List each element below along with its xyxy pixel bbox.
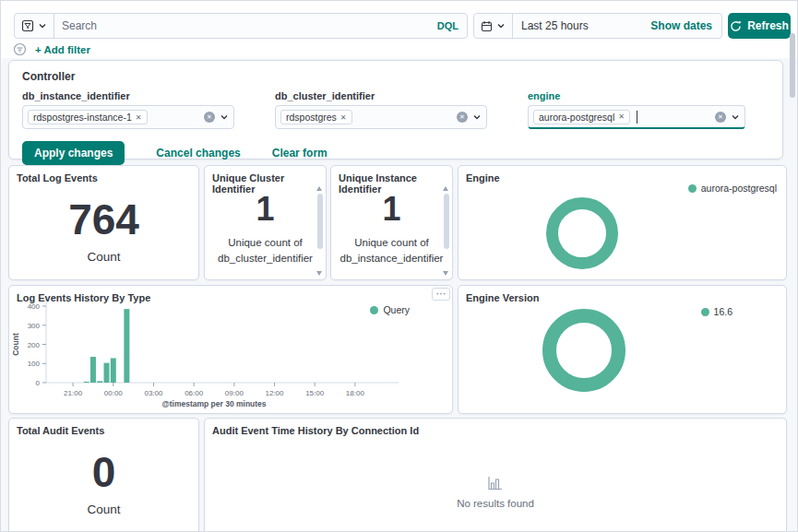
- clear-selection-icon[interactable]: ✕: [457, 112, 468, 123]
- legend-item-aurora-postgresql[interactable]: aurora-postgresql: [688, 183, 777, 194]
- controller-title: Controller: [22, 70, 769, 83]
- text-cursor: [637, 111, 637, 124]
- selected-option-pill[interactable]: rdspostgres ✕: [280, 110, 352, 124]
- metric: 0 Count: [9, 437, 198, 529]
- date-range-value[interactable]: Last 25 hours: [513, 19, 650, 32]
- refresh-button[interactable]: Refresh: [728, 13, 791, 39]
- refresh-icon: [730, 20, 742, 32]
- scroll-down-icon[interactable]: [443, 271, 448, 276]
- scroll-up-icon[interactable]: [316, 186, 322, 191]
- controller-panel: Controller db_instance_identifier rdspos…: [8, 60, 783, 160]
- show-dates-button[interactable]: Show dates: [650, 19, 721, 32]
- metric: 1 Unique count of db_cluster_identifier: [205, 184, 326, 275]
- selected-option-pill[interactable]: rdspostgres-instance-1 ✕: [28, 110, 148, 124]
- svg-text:12:00: 12:00: [266, 389, 285, 397]
- scrollbar-thumb[interactable]: [444, 194, 449, 249]
- metric-label: Count: [87, 250, 120, 264]
- svg-text:00:00: 00:00: [104, 389, 124, 397]
- engine-combobox[interactable]: aurora-postgresql ✕ ✕: [528, 105, 745, 129]
- chevron-down-icon[interactable]: [731, 113, 740, 121]
- svg-text:Count: Count: [11, 333, 20, 356]
- svg-text:400: 400: [28, 302, 41, 311]
- panel-engine-version: Engine Version 16.6: [458, 285, 787, 414]
- legend-item-16-6[interactable]: 16.6: [701, 306, 732, 317]
- clear-form-button[interactable]: Clear form: [272, 147, 328, 160]
- panel-title: Total Log Events: [9, 166, 198, 183]
- panel-title: Engine: [459, 166, 786, 183]
- svg-text:0: 0: [36, 379, 41, 387]
- filter-set-icon[interactable]: [13, 42, 27, 56]
- date-picker[interactable]: Last 25 hours Show dates: [473, 13, 722, 39]
- legend-dot-icon: [370, 306, 378, 314]
- saved-queries-button[interactable]: [15, 14, 54, 38]
- clear-selection-icon[interactable]: ✕: [204, 112, 215, 123]
- db-instance-identifier-combobox[interactable]: rdspostgres-instance-1 ✕ ✕: [22, 105, 234, 129]
- svg-text:100: 100: [28, 360, 41, 368]
- field-label: db_cluster_identifier: [275, 90, 487, 101]
- svg-text:200: 200: [28, 341, 41, 349]
- panel-audit-event-history: Audit Event Time History By Connection I…: [204, 418, 787, 532]
- remove-option-icon[interactable]: ✕: [340, 113, 347, 122]
- metric-value: 1: [256, 193, 274, 226]
- legend-label: 16.6: [714, 306, 732, 317]
- scroll-down-icon[interactable]: [316, 271, 322, 276]
- window-scrollbar-thumb[interactable]: [790, 33, 795, 98]
- search-input[interactable]: [54, 19, 437, 32]
- db-cluster-identifier-combobox[interactable]: rdspostgres ✕ ✕: [275, 105, 487, 129]
- engine-version-donut-chart: [540, 306, 628, 395]
- panel-total-log-events: Total Log Events 764 Count: [8, 165, 199, 280]
- panel-title: Audit Event Time History By Connection I…: [205, 419, 786, 436]
- donut-ring-aurora-postgresql[interactable]: [553, 204, 613, 264]
- refresh-label: Refresh: [747, 19, 789, 32]
- metric-value: 1: [382, 193, 400, 226]
- add-filter-button[interactable]: + Add filter: [35, 44, 90, 55]
- selected-option-pill[interactable]: aurora-postgresql ✕: [533, 110, 630, 124]
- legend-label: Query: [383, 304, 410, 315]
- panel-scrollbar[interactable]: [316, 186, 324, 276]
- dashboard-app: DQL Last 25 hours Show dates: [0, 0, 798, 532]
- legend-dot-icon: [701, 308, 709, 316]
- pill-label: aurora-postgresql: [539, 112, 614, 123]
- legend-item-query[interactable]: Query: [370, 304, 410, 315]
- panel-title: Engine Version: [459, 286, 786, 303]
- metric-label: Unique count of db_instance_identifier: [330, 235, 453, 266]
- query-language-button[interactable]: DQL: [437, 20, 467, 31]
- clear-selection-icon[interactable]: ✕: [715, 112, 726, 123]
- field-engine: engine aurora-postgresql ✕ ✕: [528, 90, 745, 129]
- field-label: engine: [528, 90, 745, 101]
- chevron-down-icon[interactable]: [472, 113, 482, 121]
- svg-text:300: 300: [28, 322, 41, 330]
- scrollbar-thumb[interactable]: [317, 194, 323, 249]
- field-label: db_instance_identifier: [22, 90, 234, 101]
- date-picker-menu-button[interactable]: [474, 14, 513, 38]
- chevron-down-icon[interactable]: [220, 113, 229, 121]
- scroll-up-icon[interactable]: [443, 186, 448, 191]
- field-db-cluster-identifier: db_cluster_identifier rdspostgres ✕ ✕: [275, 90, 487, 129]
- chevron-down-icon: [496, 22, 506, 30]
- pill-label: rdspostgres: [286, 112, 337, 123]
- metric-value: 0: [92, 451, 116, 493]
- no-results-text: No results found: [457, 498, 534, 509]
- field-db-instance-identifier: db_instance_identifier rdspostgres-insta…: [22, 90, 234, 129]
- search-box[interactable]: DQL: [14, 13, 468, 39]
- panel-title: Total Audit Events: [9, 419, 198, 436]
- chevron-down-icon: [38, 22, 47, 30]
- cancel-changes-button[interactable]: Cancel changes: [156, 147, 240, 160]
- remove-option-icon[interactable]: ✕: [618, 112, 625, 121]
- bar-chart-icon: [487, 475, 504, 491]
- svg-text:09:00: 09:00: [225, 389, 244, 397]
- window-scrollbar[interactable]: [789, 3, 796, 529]
- query-bar: DQL Last 25 hours Show dates: [14, 13, 791, 39]
- panel-options-button[interactable]: ⋯: [432, 288, 450, 301]
- panel-engine: Engine aurora-postgresql: [458, 165, 787, 280]
- donut-ring-16-6[interactable]: [550, 316, 619, 385]
- remove-option-icon[interactable]: ✕: [136, 113, 142, 122]
- filter-bar: + Add filter: [13, 42, 90, 56]
- svg-text:@timestamp per 30 minutes: @timestamp per 30 minutes: [161, 399, 266, 408]
- metric-value: 764: [68, 198, 139, 241]
- apply-changes-button[interactable]: Apply changes: [22, 141, 125, 165]
- svg-text:15:00: 15:00: [305, 389, 325, 397]
- panel-scrollbar[interactable]: [442, 186, 450, 276]
- pill-label: rdspostgres-instance-1: [33, 112, 132, 123]
- metric-label: Unique count of db_cluster_identifier: [205, 235, 326, 266]
